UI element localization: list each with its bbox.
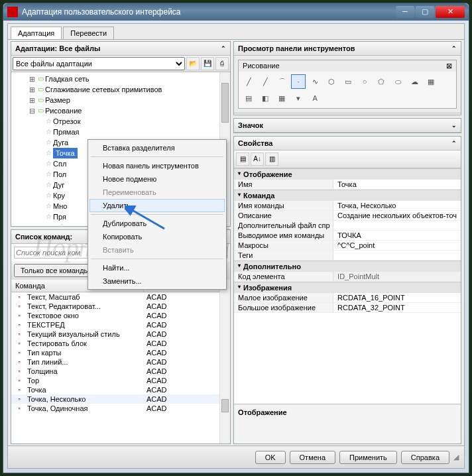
close-button[interactable]: ✕ xyxy=(436,6,465,18)
command-row[interactable]: ▫Текстовое окноACAD xyxy=(11,311,230,320)
ctx-insert-separator[interactable]: Вставка разделителя xyxy=(89,141,225,154)
icon-section-title: Значок xyxy=(238,121,263,129)
tool-table-icon[interactable]: ▦ xyxy=(274,91,289,105)
command-row[interactable]: ▫ТочкаACAD xyxy=(11,385,230,394)
preview-title: Просмотр панели инструментов xyxy=(238,44,355,52)
maximize-button[interactable]: ▢ xyxy=(416,6,434,18)
categorized-icon[interactable]: ▤ xyxy=(236,152,249,166)
window-title: Адаптация пользовательского интерфейса xyxy=(22,7,396,17)
collapse-icon[interactable]: ⌃ xyxy=(451,140,457,147)
app-icon xyxy=(7,7,18,17)
tab-translate[interactable]: Перевести xyxy=(63,27,114,39)
tab-adaptation[interactable]: Адаптация xyxy=(11,27,62,39)
tool-polygon-icon[interactable]: ⬠ xyxy=(374,74,388,89)
tree-selected-item[interactable]: Точка xyxy=(53,148,78,158)
command-row[interactable]: ▫Тип картыACAD xyxy=(11,348,230,357)
alphabetical-icon[interactable]: A↓ xyxy=(251,152,264,166)
command-row[interactable]: ▫Тип линий...ACAD xyxy=(11,357,230,367)
ctx-new-toolbar[interactable]: Новая панель инструментов xyxy=(89,159,225,172)
toolbar-preview: ╱ ╱ ⌒ · ∿ ⬡ ▭ ○ ⬠ ⬭ xyxy=(239,72,456,108)
properties-title: Свойства xyxy=(238,139,272,147)
command-row[interactable]: ▫ТорACAD xyxy=(11,376,230,385)
only-all-commands-button[interactable]: Только все команды xyxy=(14,264,96,277)
tool-ic14[interactable]: ◧ xyxy=(258,91,272,105)
ok-button[interactable]: OK xyxy=(255,451,286,464)
titlebar: Адаптация пользовательского интерфейса ─… xyxy=(3,3,469,21)
open-icon[interactable]: 📂 xyxy=(186,57,200,70)
ctx-replace[interactable]: Заменить... xyxy=(89,274,225,288)
tool-arc-icon[interactable]: ⌒ xyxy=(274,74,289,89)
apply-button[interactable]: Применить xyxy=(339,451,397,464)
help-button[interactable]: Справка xyxy=(401,451,449,464)
tool-line-icon[interactable]: ╱ xyxy=(241,74,256,89)
expand-icon[interactable]: ⌄ xyxy=(451,122,457,129)
cancel-button[interactable]: Отмена xyxy=(290,451,335,464)
command-row[interactable]: ▫Точка, НесколькоACAD xyxy=(11,394,230,404)
tool-cloud-icon[interactable]: ☁ xyxy=(407,74,422,89)
tool-ray-icon[interactable]: ╱ xyxy=(258,74,272,89)
main-tabs: Адаптация Перевести xyxy=(8,24,464,40)
collapse-icon[interactable]: ⌃ xyxy=(451,45,457,52)
props-icon[interactable]: ▥ xyxy=(265,152,278,166)
tool-rect-icon[interactable]: ▭ xyxy=(341,74,355,89)
tool-ic16[interactable]: ▾ xyxy=(291,91,306,105)
preview-close-icon[interactable]: ⊠ xyxy=(446,62,452,70)
property-grid[interactable]: Отображение ИмяТочка Команда Имя команды… xyxy=(234,168,461,313)
commandlist-title: Список команд: xyxy=(15,233,72,241)
resize-grip-icon[interactable]: ◢ xyxy=(453,453,459,461)
command-row[interactable]: ▫Текст, Редактироват...ACAD xyxy=(11,302,230,311)
tool-spline-icon[interactable]: ∿ xyxy=(308,74,322,89)
minimize-button[interactable]: ─ xyxy=(396,6,414,18)
ctx-rename: Переименовать xyxy=(89,186,225,199)
save-icon[interactable]: 💾 xyxy=(201,57,214,70)
tool-point-icon[interactable]: · xyxy=(291,74,306,89)
tool-hatch-icon[interactable]: ▤ xyxy=(241,91,256,105)
tool-circle-icon[interactable]: ○ xyxy=(357,74,372,89)
tool-ellipse-icon[interactable]: ⬭ xyxy=(390,74,405,89)
collapse-icon[interactable]: ⌃ xyxy=(221,45,226,52)
ctx-find[interactable]: Найти... xyxy=(89,261,225,274)
tool-polyline-icon[interactable]: ⬡ xyxy=(324,74,339,89)
command-row[interactable]: ▫ТолщинаACAD xyxy=(11,367,230,376)
context-menu: Вставка разделителя Новая панель инструм… xyxy=(88,139,227,290)
ctx-duplicate[interactable]: Дублировать xyxy=(89,217,225,230)
save-all-icon[interactable]: ⎙ xyxy=(215,57,229,70)
command-row[interactable]: ▫Текст, МасштабACAD xyxy=(11,292,230,302)
files-combo[interactable]: Все файлы адаптации xyxy=(13,57,185,70)
cmdlist-scrollbar[interactable] xyxy=(219,280,230,444)
ctx-new-submenu[interactable]: Новое подменю xyxy=(89,172,225,186)
ctx-copy[interactable]: Копировать xyxy=(89,230,225,243)
command-row[interactable]: ▫Тестировать блокACAD xyxy=(11,339,230,348)
command-row[interactable]: ▫ТЕКСТРЕДACAD xyxy=(11,320,230,329)
ctx-paste: Вставить xyxy=(89,243,225,257)
command-row[interactable]: ▫Точка, ОдиночнаяACAD xyxy=(11,404,230,413)
tool-text-icon[interactable]: A xyxy=(308,91,322,105)
adaptations-title: Адаптации: Все файлы xyxy=(15,44,100,52)
tool-region-icon[interactable]: ▦ xyxy=(424,74,438,89)
preview-panel-name: Рисование xyxy=(243,62,279,70)
bottom-help-title: Отображение xyxy=(238,408,286,416)
command-row[interactable]: ▫Текущий визуальный стильACAD xyxy=(11,329,230,339)
ctx-delete[interactable]: Удалить xyxy=(89,199,225,212)
